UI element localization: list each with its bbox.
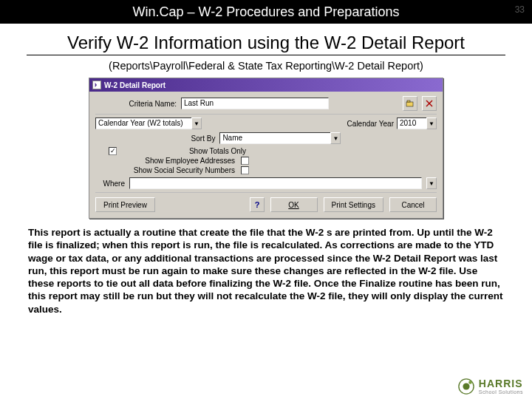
show-ssn-checkbox[interactable]: Show Social Security Numbers — [109, 166, 249, 174]
cal-year-combo[interactable]: 2010 ▼ — [397, 117, 437, 129]
dialog-icon — [92, 81, 101, 89]
layout-combo[interactable]: Calendar Year (W2 totals) ▼ — [95, 117, 202, 129]
show-addresses-checkbox[interactable]: Show Employee Addresses — [109, 157, 249, 165]
harris-logo: HARRIS School Solutions — [458, 378, 523, 395]
cancel-button[interactable]: Cancel — [389, 197, 437, 212]
sort-combo[interactable]: Name ▼ — [219, 132, 341, 144]
ok-button[interactable]: OK — [270, 197, 318, 212]
where-input[interactable] — [129, 177, 422, 189]
checkbox-box — [241, 157, 249, 165]
separator — [95, 192, 437, 193]
where-label: Where — [95, 180, 125, 188]
criteria-label: Criteria Name: — [95, 100, 177, 108]
chevron-down-icon[interactable]: ▼ — [330, 132, 341, 144]
svg-rect-2 — [407, 100, 410, 102]
dialog-title-text: W-2 Detail Report — [104, 81, 166, 89]
chevron-down-icon[interactable]: ▼ — [426, 117, 437, 129]
svg-rect-1 — [406, 102, 413, 106]
logo-icon — [458, 378, 474, 395]
logo-line1: HARRIS — [479, 378, 523, 389]
nav-path: (Reports\Payroll\Federal & State Tax Rep… — [27, 60, 505, 72]
svg-point-7 — [463, 383, 469, 389]
w2-detail-dialog: W-2 Detail Report Criteria Name: Last Ru… — [89, 78, 443, 219]
slide-heading: Verify W-2 Information using the W-2 Det… — [27, 31, 505, 55]
dialog-titlebar: W-2 Detail Report — [89, 78, 443, 92]
chevron-down-icon[interactable]: ▼ — [191, 117, 202, 129]
open-icon[interactable] — [403, 96, 417, 111]
delete-icon[interactable] — [422, 96, 437, 111]
sort-label: Sort By — [191, 134, 216, 143]
print-preview-button[interactable]: Print Preview — [95, 197, 155, 212]
page-number: 33 — [515, 4, 525, 15]
svg-marker-0 — [95, 83, 97, 87]
show-totals-checkbox[interactable]: ✓ Show Totals Only — [109, 147, 249, 155]
print-settings-button[interactable]: Print Settings — [324, 197, 383, 212]
svg-text:?: ? — [254, 200, 259, 209]
cal-year-label: Calendar Year — [347, 120, 394, 128]
header-title: Win.Cap – W-2 Procedures and Preparation… — [133, 4, 400, 20]
description-paragraph: This report is actually a routine that c… — [27, 226, 505, 316]
logo-line2: School Solutions — [479, 389, 523, 395]
header-bar: Win.Cap – W-2 Procedures and Preparation… — [0, 0, 532, 24]
chevron-down-icon[interactable]: ▼ — [426, 177, 437, 189]
svg-point-8 — [468, 381, 472, 384]
checkbox-box — [241, 166, 249, 174]
separator — [95, 114, 437, 115]
help-icon[interactable]: ? — [250, 197, 265, 212]
checkbox-box: ✓ — [109, 147, 117, 155]
criteria-input[interactable]: Last Run — [181, 98, 329, 109]
